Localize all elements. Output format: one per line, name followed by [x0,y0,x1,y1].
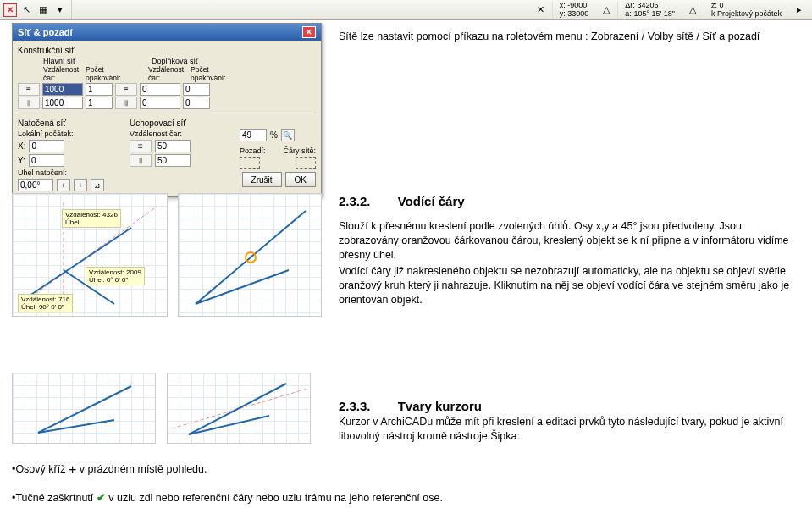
z-label: z: [711,1,717,9]
grid-v-icon: ⦀ [18,97,40,109]
grid-subheader: Vzdálenost čar: Počet opakování: Vzdálen… [18,65,316,82]
tt2-ang: Úhel: 0° 0' 0" [89,276,141,284]
z-readout: z: 0 k Projektový počátek [704,2,788,19]
row2-rep[interactable] [86,97,113,109]
line-color-swatch[interactable] [296,157,316,169]
bullet2-post: v uzlu zdi nebo referenční čáry nebo uzl… [106,492,443,504]
plus-button-2[interactable]: + [74,179,87,191]
dr-value: 34205 [637,1,658,9]
section-uchop: Uchopovací síť [130,119,214,128]
svg-line-5 [196,270,289,304]
lbl-vzdalenost: Vzdálenost čar: [43,65,84,82]
ok-button[interactable]: OK [285,172,316,187]
zoom-in-icon[interactable]: 🔍 [281,129,295,141]
grid-settings-dialog: Síť & pozadí ✕ Konstrukční síť Hlavní sí… [12,23,322,197]
thumb-cursor-1 [12,373,156,444]
inp-snap-y[interactable] [155,154,191,167]
top-toolbar: ✕ ↖ ▦ ▾ ✕ x: -9000 y: 33000 △ Δr: 34205 … [0,0,812,20]
y-value: 33000 [567,9,588,18]
svg-line-10 [189,384,286,434]
grid-row-2: ⦀ ⦀ [18,97,316,109]
chevron-down-icon[interactable]: ▾ [52,3,68,18]
dialog-body: Konstrukční síť Hlavní síť Doplňková síť… [13,41,321,196]
grid-row-1: ≡ ≡ [18,83,316,96]
row2-dist2[interactable] [140,97,180,109]
bullet-1: •Osový kříž + v prázdném místě pohledu. [12,461,207,476]
snap-v-icon: ⦀ [130,154,152,167]
lbl-x: X: [18,141,25,151]
bullet1-pre: •Osový kříž [12,463,69,475]
delta-icon: △ [599,3,614,18]
dropdown-icon[interactable]: ▸ [792,3,807,18]
inp-pct[interactable] [240,129,267,141]
para-guidelines-1: Slouží k přesnému kreslení podle zvolený… [339,219,803,263]
lbl-cary: Čáry sítě: [283,146,316,155]
lbl-vzdalenost2: Vzdálenost čar: [148,65,189,82]
pct-label: % [270,130,278,140]
lbl-y: Y: [18,156,25,165]
y-label: y: [560,9,566,18]
row2-dist[interactable] [42,97,83,109]
bg-color-swatch[interactable] [240,157,260,169]
snap-h-icon: ≡ [130,140,152,152]
x-label: x: [560,1,566,9]
section-natocena: Natočená síť [18,119,104,128]
k-value: Projektový počátek [717,9,782,18]
row1-dist[interactable] [42,83,83,96]
grid-toggle-icon[interactable]: ▦ [36,3,51,18]
a-label: a: [625,9,632,18]
k-label: k [711,9,715,18]
lbl-pozadi: Pozadí: [240,146,266,155]
dr-label: Δr: [625,1,635,9]
target-icon: ✕ [533,3,549,18]
polar-readout: Δr: 34205 a: 105° 15' 18" [617,2,682,19]
cursor-sketch-2 [168,373,312,445]
hdr-doplnkova: Doplňková síť [152,57,198,65]
inp-y[interactable] [29,154,64,167]
inp-uhel[interactable] [18,179,53,191]
para-intro: Sítě lze nastavit pomocí příkazu na role… [339,30,796,44]
tooltip-1: Vzdálenost: 4326 Úhel: [62,209,121,228]
para-guidelines-2: Vodící čáry již nakresleného objektu se … [339,264,803,307]
cancel-button[interactable]: Zrušit [242,172,282,187]
dialog-titlebar[interactable]: Síť & pozadí ✕ [13,24,321,41]
para-cursor: Kurzor v ArchiCADu může mít při kreslení… [339,415,803,444]
row1-dist2[interactable] [140,83,180,96]
section-konstrukcni: Konstrukční síť [18,46,316,55]
heading-num-1: 2.3.2. [339,194,371,208]
grid-v2-icon: ⦀ [115,97,137,109]
guideline-sketch-2 [179,194,323,318]
lbl-uhel: Úhel natočení: [18,169,104,177]
lbl-vzdalcar: Vzdálenost čar: [130,130,214,138]
inp-snap-x[interactable] [155,140,191,152]
plus-button[interactable]: + [57,179,70,191]
tt3-ang: Úhel: 90° 0' 0" [21,303,69,311]
bullet-2: •Tučné zaškrtnutí ✔ v uzlu zdi nebo refe… [12,491,443,504]
dialog-close-icon[interactable]: ✕ [302,26,316,38]
tt1-ang: Úhel: [65,218,118,226]
thumb-guidelines-2 [178,193,322,317]
align-button[interactable]: ⊿ [91,179,104,191]
lbl-pocet2: Počet opakování: [191,65,226,82]
grid-header: Hlavní síť Doplňková síť [18,57,316,65]
tooltip-3: Vzdálenost: 716 Úhel: 90° 0' 0" [18,294,73,312]
a-value: 105° 15' 18" [633,9,675,18]
cursor-icon[interactable]: ↖ [19,3,34,18]
plus-icon: + [69,462,76,477]
row1-rep[interactable] [86,83,113,96]
grid-h2-icon: ≡ [115,83,137,96]
check-icon: ✔ [97,492,106,504]
xy-readout: x: -9000 y: 33000 [552,2,596,19]
tooltip-2: Vzdálenost: 2009 Úhel: 0° 0' 0" [86,267,145,285]
tt2-dist: Vzdálenost: 2009 [89,268,141,276]
row2-rep2[interactable] [183,97,210,109]
inp-x[interactable] [29,140,64,152]
row1-rep2[interactable] [183,83,210,96]
hdr-hlavni: Hlavní síť [43,57,124,65]
heading-cursor: 2.3.3. Tvary kurzoru [339,398,482,415]
dialog-title: Síť & pozadí [18,27,73,37]
close-icon[interactable]: ✕ [3,3,17,17]
z-icon: △ [685,3,700,18]
toolbar-left-group: ✕ ↖ ▦ ▾ [0,0,72,19]
heading-num-2: 2.3.3. [339,399,371,413]
